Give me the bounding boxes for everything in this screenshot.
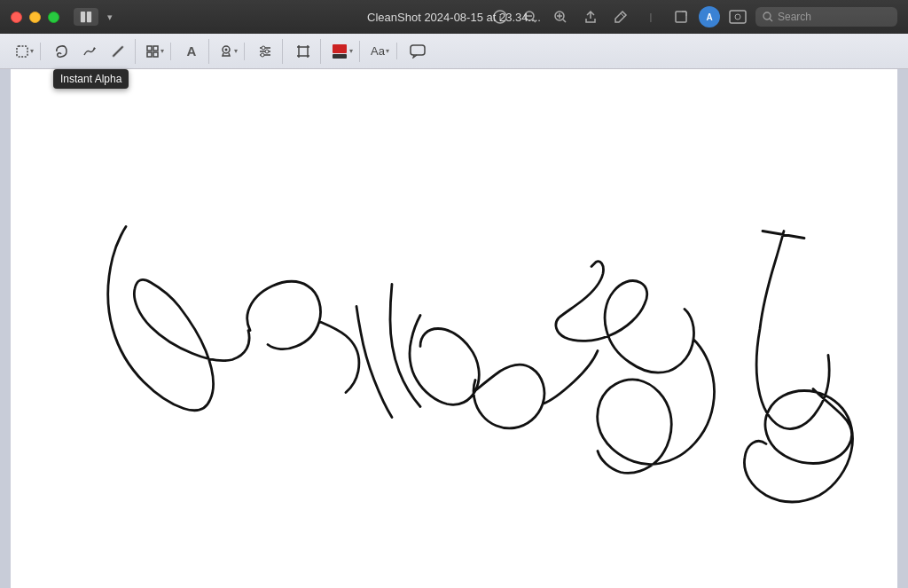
titlebar-actions: i <box>488 6 897 27</box>
svg-rect-18 <box>147 46 152 51</box>
svg-point-27 <box>262 46 265 50</box>
tool-group-text: A <box>175 39 209 64</box>
stamp-icon <box>219 44 233 59</box>
selection-tool-button[interactable]: ▾ <box>12 43 36 60</box>
tool-group-stamp: ▾ <box>213 43 245 60</box>
search-icon <box>763 12 773 22</box>
freehand-tool-button[interactable] <box>76 39 103 64</box>
tool-group-speech <box>401 39 434 64</box>
window-resize-icon <box>674 10 688 24</box>
svg-line-16 <box>770 19 772 21</box>
svg-rect-41 <box>411 45 425 55</box>
freehand-icon <box>82 44 97 59</box>
share-button[interactable] <box>578 7 603 27</box>
font-label: Aa <box>371 44 385 58</box>
highlighter-icon <box>111 44 125 59</box>
font-button[interactable]: Aa ▾ <box>367 43 393 59</box>
toolbar: ▾ <box>0 34 908 69</box>
window-chevron-icon[interactable]: ▾ <box>107 12 113 23</box>
stamp-arrow-icon: ▾ <box>234 47 238 55</box>
screenshot-preview-button[interactable] <box>725 7 750 27</box>
svg-rect-20 <box>147 52 152 57</box>
tool-group-draw <box>44 39 136 64</box>
svg-line-11 <box>621 13 624 17</box>
svg-line-10 <box>563 20 566 22</box>
zoom-in-button[interactable] <box>548 7 573 27</box>
lasso-tool-button[interactable] <box>48 39 74 64</box>
svg-rect-13 <box>730 11 746 23</box>
svg-rect-0 <box>81 12 85 22</box>
pen-divider-button[interactable]: | <box>638 7 663 27</box>
svg-point-15 <box>763 12 771 20</box>
highlighter-tool-button[interactable] <box>105 39 131 64</box>
layout-icon <box>80 11 92 23</box>
svg-rect-40 <box>333 54 347 59</box>
titlebar: ▾ CleanShot 2024-08-15 at 23.34.... i <box>0 0 908 34</box>
search-placeholder: Search <box>778 11 811 23</box>
tool-group-font: Aa ▾ <box>364 43 397 59</box>
maximize-button[interactable] <box>48 12 59 23</box>
svg-point-28 <box>265 50 269 53</box>
search-bar[interactable]: Search <box>755 7 897 27</box>
svg-point-14 <box>735 14 740 20</box>
pen-tool-button[interactable] <box>608 7 633 27</box>
lasso-icon <box>54 44 68 59</box>
window-title: CleanShot 2024-08-15 at 23.34.... <box>367 11 541 24</box>
close-button[interactable] <box>11 12 22 23</box>
zoom-in-icon <box>553 10 568 24</box>
stamp-tool-button[interactable]: ▾ <box>216 43 240 60</box>
font-arrow-icon: ▾ <box>386 47 389 55</box>
traffic-lights <box>11 12 59 23</box>
adjust-icon <box>258 44 272 59</box>
svg-rect-30 <box>299 47 308 56</box>
signature-drawing <box>11 69 897 588</box>
svg-point-29 <box>261 53 264 57</box>
svg-rect-12 <box>676 12 686 22</box>
text-tool-button[interactable]: A <box>178 39 205 64</box>
pen-icon <box>614 10 628 24</box>
tool-group-shapes: ▾ <box>139 43 171 60</box>
speech-bubble-button[interactable] <box>404 39 431 64</box>
canvas-content <box>11 69 897 588</box>
svg-rect-17 <box>17 46 27 57</box>
tool-group-adjust <box>248 39 283 64</box>
svg-rect-19 <box>153 46 158 51</box>
speech-bubble-icon <box>410 44 426 59</box>
crop-icon <box>296 44 310 59</box>
screenshot-icon <box>729 10 747 24</box>
tool-group-color: ▾ <box>325 41 360 62</box>
color-picker-icon <box>331 43 348 60</box>
instant-alpha-tooltip: Instant Alpha <box>53 69 129 89</box>
tool-group-selection: ▾ <box>9 43 41 60</box>
svg-point-23 <box>225 48 228 51</box>
shapes-arrow-icon: ▾ <box>160 47 164 55</box>
shapes-tool-button[interactable]: ▾ <box>143 43 167 60</box>
minimize-button[interactable] <box>29 12 41 23</box>
color-picker-button[interactable]: ▾ <box>328 41 356 62</box>
selection-icon <box>15 44 29 59</box>
canvas-area <box>0 69 908 588</box>
share-icon <box>583 10 598 24</box>
user-avatar-button[interactable]: A <box>699 6 720 27</box>
window-resize-button[interactable] <box>669 7 693 27</box>
tool-group-crop <box>286 39 321 64</box>
svg-rect-39 <box>333 44 347 53</box>
selection-arrow-icon: ▾ <box>30 47 34 55</box>
shapes-icon <box>145 44 160 59</box>
adjust-tool-button[interactable] <box>252 39 278 64</box>
crop-tool-button[interactable] <box>290 39 317 64</box>
svg-rect-1 <box>87 12 91 22</box>
tooltip-text: Instant Alpha <box>60 73 121 85</box>
window-layout-button[interactable] <box>74 8 98 26</box>
svg-rect-21 <box>153 52 158 57</box>
color-arrow-icon: ▾ <box>349 47 353 55</box>
